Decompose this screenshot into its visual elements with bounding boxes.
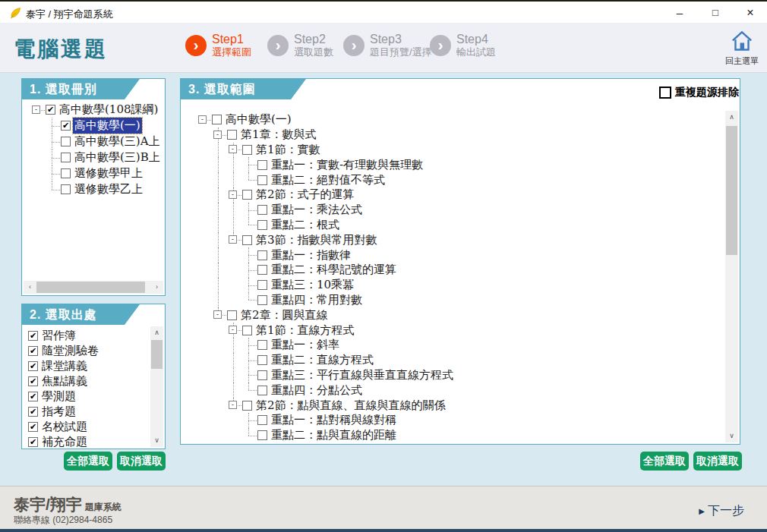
scroll-down-icon[interactable]: ∨ — [150, 434, 163, 447]
home-menu-button[interactable]: 回主選單 — [720, 30, 764, 67]
volume-checkbox[interactable] — [61, 137, 71, 146]
tree-collapse-icon[interactable]: - — [213, 310, 222, 319]
volume-label[interactable]: 選修數學甲上 — [73, 165, 144, 181]
scope-label[interactable]: 第1節：實數 — [254, 142, 322, 158]
source-checkbox[interactable]: ✔ — [28, 407, 38, 417]
scope-label[interactable]: 重點二：根式 — [270, 217, 341, 233]
scope-checkbox[interactable] — [257, 386, 267, 395]
volume-deselect-button[interactable]: 取消選取 — [117, 452, 166, 471]
volume-checkbox[interactable]: ✔ — [46, 105, 55, 115]
scope-label[interactable]: 重點三：10乘冪 — [270, 277, 355, 293]
scope-checkbox[interactable] — [257, 370, 267, 380]
scope-label[interactable]: 重點一：實數-有理數與無理數 — [270, 157, 425, 173]
source-checkbox[interactable]: ✔ — [28, 331, 38, 341]
scope-label[interactable]: 重點三：平行直線與垂直直線方程式 — [270, 367, 455, 383]
scope-label[interactable]: 重點一：斜率 — [270, 337, 341, 353]
scope-checkbox[interactable] — [227, 310, 237, 320]
scope-checkbox[interactable] — [257, 250, 267, 260]
source-label[interactable]: 焦點講義 — [40, 373, 89, 389]
tree-collapse-icon[interactable]: - — [229, 190, 237, 199]
source-vertical-scrollbar[interactable]: ∧ ∨ — [150, 326, 163, 447]
tree-collapse-icon[interactable]: - — [229, 326, 237, 334]
tree-collapse-icon[interactable]: - — [213, 131, 222, 139]
scope-vertical-scrollbar[interactable]: ∧ ∨ — [725, 111, 738, 442]
volume-checkbox[interactable]: ✔ — [61, 121, 71, 131]
scope-label[interactable]: 高中數學(一) — [224, 112, 293, 127]
source-label[interactable]: 習作簿 — [40, 328, 77, 344]
scope-label[interactable]: 第1章：數與式 — [239, 127, 318, 143]
scope-label[interactable]: 重點四：分點公式 — [270, 382, 364, 398]
volume-horizontal-scrollbar[interactable]: ‹ › — [24, 281, 163, 294]
scrollbar-thumb[interactable] — [151, 340, 163, 369]
source-checkbox[interactable]: ✔ — [28, 392, 38, 401]
scope-checkbox[interactable] — [257, 415, 267, 425]
scope-checkbox[interactable] — [257, 355, 267, 365]
volume-label[interactable]: 高中數學(108課綱) — [58, 102, 159, 118]
scope-checkbox[interactable] — [257, 265, 267, 275]
source-label[interactable]: 指考題 — [40, 404, 77, 420]
scope-label[interactable]: 重點一：點對稱與線對稱 — [270, 412, 398, 428]
scope-checkbox[interactable] — [257, 220, 267, 230]
volume-label[interactable]: 選修數學乙上 — [73, 181, 144, 197]
scope-label[interactable]: 重點四：常用對數 — [270, 292, 364, 308]
scope-checkbox[interactable] — [257, 295, 267, 305]
scope-checkbox[interactable] — [257, 340, 267, 350]
scrollbar-thumb[interactable] — [36, 282, 145, 293]
scope-checkbox[interactable] — [212, 115, 222, 124]
scope-label[interactable]: 第3節：指數與常用對數 — [254, 232, 379, 248]
scope-label[interactable]: 第2章：圓與直線 — [239, 307, 330, 323]
source-checkbox[interactable]: ✔ — [28, 376, 38, 386]
scroll-left-icon[interactable]: ‹ — [24, 281, 36, 294]
next-step-button[interactable]: ▶ 下一步 — [699, 503, 744, 519]
scope-checkbox[interactable] — [242, 326, 252, 335]
scope-checkbox[interactable] — [257, 430, 267, 440]
scope-checkbox[interactable] — [227, 130, 237, 140]
scope-checkbox[interactable] — [242, 190, 252, 200]
scope-label[interactable]: 重點二：絕對值不等式 — [270, 172, 387, 188]
scope-checkbox[interactable] — [242, 401, 252, 411]
source-checkbox[interactable]: ✔ — [28, 346, 38, 356]
scope-label[interactable]: 第2節：式子的運算 — [254, 187, 356, 203]
scope-checkbox[interactable] — [257, 160, 267, 170]
tree-collapse-icon[interactable]: - — [198, 115, 207, 124]
scope-checkbox[interactable] — [257, 205, 267, 215]
source-label[interactable]: 隨堂測驗卷 — [40, 343, 100, 359]
scope-label[interactable]: 重點二：直線方程式 — [270, 352, 375, 368]
close-button[interactable]: × — [735, 2, 765, 24]
tree-collapse-icon[interactable]: - — [229, 235, 237, 244]
tree-collapse-icon[interactable]: - — [32, 105, 40, 114]
source-checkbox[interactable]: ✔ — [28, 422, 38, 432]
volume-select-all-button[interactable]: 全部選取 — [64, 452, 112, 471]
scrollbar-thumb[interactable] — [726, 126, 737, 255]
scroll-up-icon[interactable]: ∧ — [725, 111, 738, 124]
scope-deselect-button[interactable]: 取消選取 — [693, 452, 742, 471]
source-label[interactable]: 補充命題 — [40, 434, 89, 448]
tree-collapse-icon[interactable]: - — [229, 145, 237, 153]
minimize-button[interactable]: – — [664, 2, 695, 24]
scope-checkbox[interactable] — [257, 175, 267, 185]
scope-label[interactable]: 重點二：科學記號的運算 — [270, 262, 398, 278]
source-label[interactable]: 課堂講義 — [40, 358, 89, 374]
scope-label[interactable]: 第1節：直線方程式 — [254, 323, 356, 338]
scope-label[interactable]: 重點二：點與直線的距離 — [270, 427, 398, 441]
volume-checkbox[interactable] — [61, 184, 71, 194]
source-label[interactable]: 名校試題 — [40, 419, 89, 435]
source-checkbox[interactable]: ✔ — [28, 437, 38, 447]
scroll-down-icon[interactable]: ∨ — [725, 430, 738, 442]
scope-checkbox[interactable] — [257, 280, 267, 290]
scope-label[interactable]: 重點一：指數律 — [270, 247, 352, 263]
volume-label[interactable]: 高中數學(一) — [73, 118, 142, 134]
scroll-right-icon[interactable]: › — [150, 281, 163, 294]
volume-label[interactable]: 高中數學(三)A上 — [73, 134, 162, 150]
dedupe-checkbox[interactable] — [659, 87, 671, 99]
scope-label[interactable]: 第2節：點與直線、直線與直線的關係 — [254, 398, 447, 414]
scope-select-all-button[interactable]: 全部選取 — [640, 452, 689, 471]
source-label[interactable]: 學測題 — [40, 389, 77, 405]
volume-label[interactable]: 高中數學(三)B上 — [73, 150, 162, 165]
volume-checkbox[interactable] — [61, 153, 71, 162]
scroll-up-icon[interactable]: ∧ — [150, 326, 163, 339]
source-checkbox[interactable]: ✔ — [28, 361, 38, 371]
scope-checkbox[interactable] — [242, 145, 252, 155]
scope-label[interactable]: 重點一：乘法公式 — [270, 202, 364, 218]
volume-checkbox[interactable] — [61, 168, 71, 178]
